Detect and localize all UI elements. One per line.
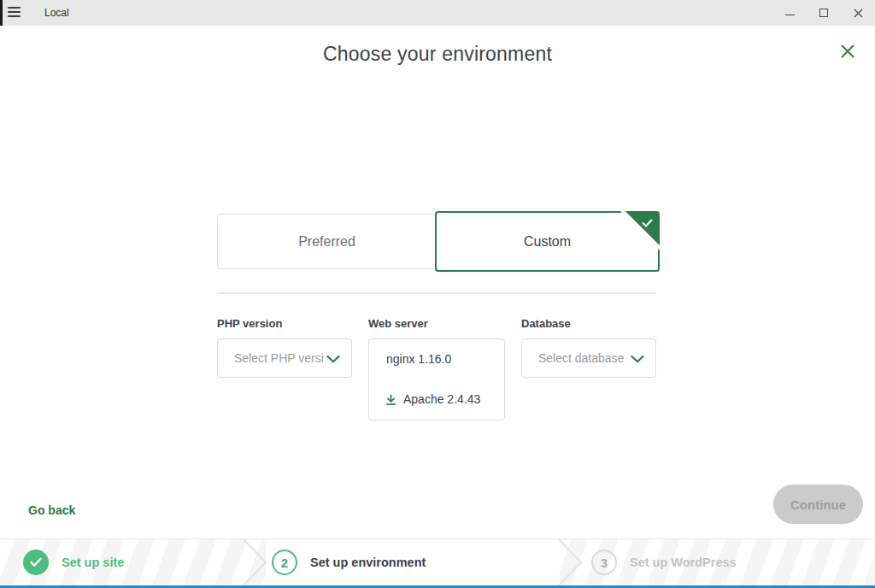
page-title: Choose your environment [0,43,875,66]
php-version-placeholder: Select PHP versi... [234,351,324,365]
go-back-link[interactable]: Go back [28,503,75,517]
setup-stepper: Set up site 2 Set up environment 3 Set u… [0,538,875,588]
minimize-icon [785,15,795,15]
check-icon [30,557,42,567]
chevron-down-icon [326,356,340,363]
chevron-down-icon [631,356,644,363]
step-separator-chevron-icon [242,539,267,585]
database-placeholder: Select database [538,351,624,365]
step-label: Set up environment [310,556,426,569]
php-version-select[interactable]: Select PHP versi... [217,338,352,378]
tab-custom-label: Custom [524,234,571,250]
section-divider [217,292,656,294]
web-server-label: Web server [368,317,428,330]
web-server-option-nginx[interactable]: nginx 1.16.0 [386,352,451,366]
maximize-icon [819,9,828,17]
tab-selected-corner [619,211,660,252]
step-number-badge: 2 [272,550,297,575]
app-title: Local [44,7,69,19]
stepper-step-setup-wordpress: 3 Set up WordPress [591,539,737,585]
tab-preferred[interactable]: Preferred [217,214,437,269]
close-window-button[interactable] [841,0,875,26]
corner-flag [619,211,660,252]
download-icon [385,394,396,405]
close-icon [854,9,863,18]
apache-option-label: Apache 2.4.43 [403,392,480,406]
app-window: Local Choose your environment Preferred [0,0,875,588]
continue-button[interactable]: Continue [773,485,863,524]
web-server-option-apache[interactable]: Apache 2.4.43 [385,392,480,406]
maximize-button[interactable] [807,0,841,26]
php-version-label: PHP version [217,317,282,330]
modal-close-icon[interactable] [839,43,856,60]
step-label: Set up WordPress [630,556,737,569]
hamburger-menu-icon[interactable] [8,7,21,18]
environment-tabs: Preferred Custom [217,211,660,272]
web-server-options: nginx 1.16.0 Apache 2.4.43 [368,338,505,420]
tab-custom[interactable]: Custom [435,211,660,272]
step-separator-chevron-icon [557,539,583,585]
database-label: Database [521,317,571,330]
step-label: Set up site [62,556,124,569]
stepper-step-setup-site: Set up site [23,539,124,585]
titlebar-left-edge [0,0,3,26]
database-select[interactable]: Select database [521,338,656,378]
tab-preferred-label: Preferred [298,234,355,250]
step-number-badge: 3 [591,550,617,575]
step-complete-badge [23,550,49,575]
titlebar: Local [0,0,875,26]
tab-selected-check-icon [642,219,653,228]
stepper-step-setup-environment: 2 Set up environment [272,539,426,585]
window-controls [772,0,875,26]
minimize-button[interactable] [772,0,807,26]
